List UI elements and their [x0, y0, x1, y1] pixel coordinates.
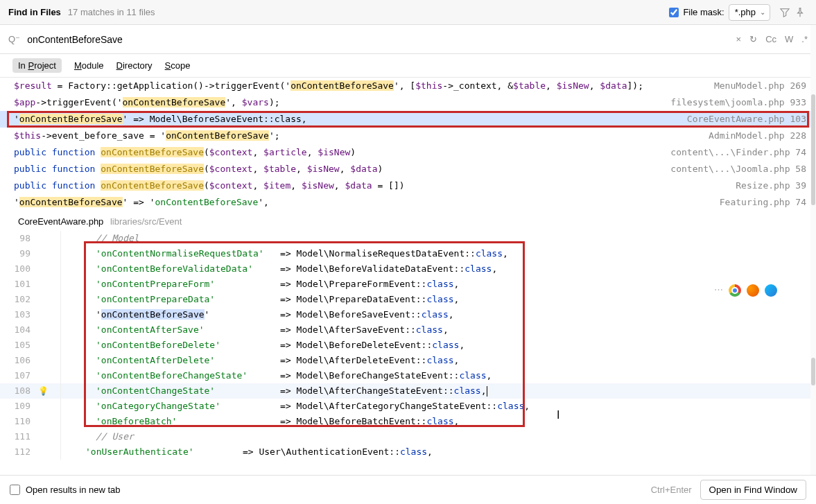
code-line[interactable]: 102'onContentPrepareData' => Model\Prepa… — [0, 292, 816, 307]
history-icon[interactable]: ↻ — [749, 34, 757, 44]
fold-gutter — [51, 261, 61, 277]
pin-icon[interactable] — [792, 5, 808, 20]
code-preview[interactable]: 98// Model99'onContentNormaliseRequestDa… — [0, 231, 816, 460]
tab-in-project[interactable]: In Project — [12, 58, 62, 73]
result-row[interactable]: $result = Factory::getApplication()->tri… — [0, 78, 816, 94]
search-icon: Q⁻ — [8, 34, 20, 44]
code-line[interactable]: 111// User — [0, 429, 816, 444]
line-number: 100 — [0, 261, 35, 277]
result-location: Featuring.php 74 — [720, 194, 806, 211]
result-row[interactable]: $app->triggerEvent('onContentBeforeSave'… — [0, 94, 816, 111]
edge-icon[interactable] — [765, 284, 777, 297]
line-number: 104 — [0, 322, 35, 338]
code-line[interactable]: 98// Model — [0, 231, 816, 246]
fold-gutter — [51, 368, 61, 383]
code-line[interactable]: 106'onContentAfterDelete' => Model\After… — [0, 353, 816, 368]
chrome-icon[interactable] — [729, 284, 741, 297]
code-line[interactable]: 107'onContentBeforeChangeState' => Model… — [0, 368, 816, 383]
code-text: 'onContentPrepareData' => Model\PrepareD… — [61, 292, 459, 307]
gutter-icon: 💡 — [35, 383, 51, 399]
text-cursor-icon: I — [557, 409, 559, 422]
regex-toggle[interactable]: .* — [801, 34, 808, 44]
preview-file-path: libraries/src/Event — [110, 216, 182, 227]
result-location: filesystem\joomla.php 933 — [670, 94, 806, 111]
search-options: × ↻ Cc W .* — [736, 34, 808, 44]
dialog-title: Find in Files — [8, 7, 61, 17]
fold-gutter — [51, 307, 61, 322]
line-number: 106 — [0, 353, 35, 368]
search-row: Q⁻ × ↻ Cc W .* — [0, 25, 816, 54]
code-line[interactable]: 110'onBeforeBatch' => Model\BeforeBatchE… — [0, 414, 816, 429]
code-text: 'onBeforeBatch' => Model\BeforeBatchEven… — [61, 414, 459, 429]
code-line[interactable]: 104'onContentAfterSave' => Model\AfterSa… — [0, 322, 816, 338]
result-location: MenuModel.php 269 — [714, 78, 806, 94]
fold-gutter — [51, 383, 61, 399]
preview-file-name[interactable]: CoreEventAware.php — [18, 216, 103, 227]
result-row[interactable]: 'onContentBeforeSave' => Model\BeforeSav… — [0, 111, 816, 128]
result-location: CoreEventAware.php 103 — [687, 111, 806, 128]
firefox-icon[interactable] — [747, 284, 759, 297]
code-line[interactable]: 103'onContentBeforeSave' => Model\Before… — [0, 307, 816, 322]
result-row[interactable]: $this->event_before_save = 'onContentBef… — [0, 128, 816, 144]
clear-icon[interactable]: × — [736, 34, 742, 44]
file-mask-check-input[interactable] — [669, 8, 679, 17]
open-new-tab-input[interactable] — [10, 485, 20, 495]
result-row[interactable]: 'onContentBeforeSave' => 'onContentBefor… — [0, 194, 816, 211]
fold-gutter — [51, 414, 61, 429]
code-line[interactable]: 100'onContentBeforeValidateData' => Mode… — [0, 261, 816, 277]
open-new-tab-label: Open results in new tab — [26, 485, 121, 495]
line-number: 103 — [0, 307, 35, 322]
code-line[interactable]: 105'onContentBeforeDelete' => Model\Befo… — [0, 338, 816, 353]
match-case-toggle[interactable]: Cc — [765, 34, 776, 44]
result-code: public function onContentBeforeSave($con… — [14, 144, 663, 161]
code-text: 'onContentPrepareForm' => Model\PrepareF… — [61, 277, 459, 292]
search-input[interactable] — [27, 34, 736, 45]
file-mask-select[interactable]: *.php ⌄ — [729, 4, 770, 21]
line-number: 99 — [0, 246, 35, 261]
file-mask-value: *.php — [735, 7, 756, 17]
result-row[interactable]: public function onContentBeforeSave($con… — [0, 177, 816, 194]
code-text: // User — [61, 429, 134, 444]
code-text: 'onContentBeforeChangeState' => Model\Be… — [61, 368, 492, 383]
code-line[interactable]: 101'onContentPrepareForm' => Model\Prepa… — [0, 277, 816, 292]
code-line[interactable]: 108💡'onContentChangeState' => Model\Afte… — [0, 383, 816, 399]
code-line[interactable]: 112'onUserAuthenticate' => User\Authenti… — [0, 444, 816, 460]
open-find-window-button[interactable]: Open in Find Window — [700, 480, 806, 500]
line-number: 107 — [0, 368, 35, 383]
file-mask-checkbox[interactable]: File mask: — [669, 7, 724, 17]
top-bar: Find in Files 17 matches in 11 files Fil… — [0, 0, 816, 25]
results-list: $result = Factory::getApplication()->tri… — [0, 78, 816, 211]
result-code: public function onContentBeforeSave($con… — [14, 177, 729, 194]
code-text: 'onContentNormaliseRequestData' => Model… — [61, 246, 508, 261]
browser-icons: ⋯ — [714, 284, 777, 297]
open-new-tab-checkbox[interactable]: Open results in new tab — [10, 485, 121, 495]
fold-gutter — [51, 399, 61, 414]
tab-directory[interactable]: Directory — [116, 60, 153, 71]
bottom-bar: Open results in new tab Ctrl+Enter Open … — [0, 475, 816, 504]
code-line[interactable]: 99'onContentNormaliseRequestData' => Mod… — [0, 246, 816, 261]
filter-icon[interactable] — [777, 5, 792, 20]
tab-module[interactable]: Module — [74, 60, 104, 71]
words-toggle[interactable]: W — [785, 34, 793, 44]
chevron-down-icon: ⌄ — [760, 8, 765, 16]
bulb-icon[interactable]: 💡 — [38, 386, 49, 396]
line-number: 98 — [0, 231, 35, 246]
match-summary: 17 matches in 11 files — [68, 7, 155, 17]
tab-scope[interactable]: Scope — [165, 60, 191, 71]
preview-header: CoreEventAware.php libraries/src/Event — [0, 211, 816, 231]
code-text: 'onCategoryChangeState' => Model\AfterCa… — [61, 399, 530, 414]
scrollbar[interactable] — [810, 25, 816, 475]
code-text: 'onContentChangeState' => Model\AfterCha… — [61, 383, 487, 399]
code-text: // Model — [61, 231, 139, 246]
code-line[interactable]: 109'onCategoryChangeState' => Model\Afte… — [0, 399, 816, 414]
result-location: content\...\Joomla.php 58 — [670, 161, 806, 177]
fold-gutter — [51, 444, 61, 460]
result-row[interactable]: public function onContentBeforeSave($con… — [0, 144, 816, 161]
line-number: 102 — [0, 292, 35, 307]
result-code: public function onContentBeforeSave($con… — [14, 161, 663, 177]
code-text: 'onContentBeforeDelete' => Model\BeforeD… — [61, 338, 465, 353]
open-in-browser-icon[interactable]: ⋯ — [714, 284, 723, 297]
result-location: content\...\Finder.php 74 — [670, 144, 806, 161]
result-row[interactable]: public function onContentBeforeSave($con… — [0, 161, 816, 177]
fold-gutter — [51, 231, 61, 246]
